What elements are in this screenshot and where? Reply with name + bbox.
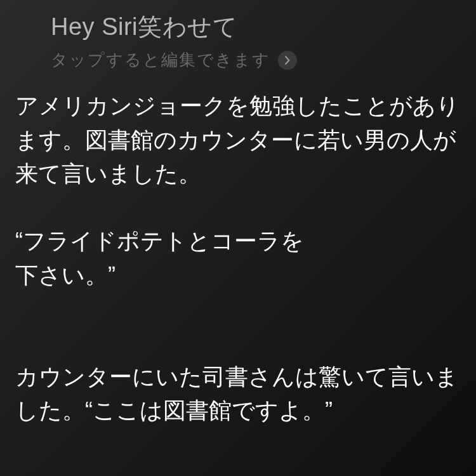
- edit-hint-row[interactable]: タップすると編集できます: [51, 49, 425, 71]
- chevron-right-icon[interactable]: [278, 51, 297, 70]
- siri-response: アメリカンジョークを勉強したことがあります。図書館のカウンターに若い男の人が来て…: [0, 71, 476, 427]
- user-query-text[interactable]: Hey Siri笑わせて: [51, 11, 425, 43]
- siri-header: Hey Siri笑わせて タップすると編集できます: [0, 0, 476, 71]
- edit-hint-label: タップすると編集できます: [51, 49, 270, 71]
- response-text: アメリカンジョークを勉強したことがあります。図書館のカウンターに若い男の人が来て…: [15, 89, 461, 427]
